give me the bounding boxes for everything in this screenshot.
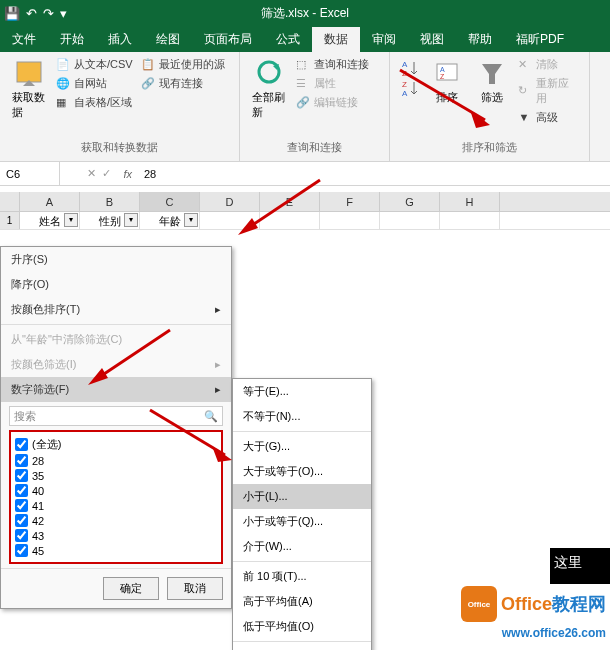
existing-conn-button[interactable]: 🔗现有连接 [139,75,227,92]
check-item[interactable]: 43 [15,528,217,543]
filter-dropdown-a[interactable]: ▾ [64,213,78,227]
cell-c1[interactable]: 年龄▾ [140,212,200,229]
watermark-url: www.office26.com [502,626,606,640]
col-header-f[interactable]: F [320,192,380,211]
col-header-h[interactable]: H [440,192,500,211]
tab-data[interactable]: 数据 [312,27,360,52]
tab-draw[interactable]: 绘图 [144,27,192,52]
tab-help[interactable]: 帮助 [456,27,504,52]
sort-desc-icon[interactable]: ZA [400,78,420,98]
formula-bar[interactable]: 28 [138,168,162,180]
csv-icon: 📄 [56,58,70,72]
filter-dropdown-b[interactable]: ▾ [124,213,138,227]
check-item[interactable]: 35 [15,468,217,483]
from-table-button[interactable]: ▦自表格/区域 [54,94,135,111]
recent-sources-button[interactable]: 📋最近使用的源 [139,56,227,73]
redo-icon[interactable]: ↷ [43,6,54,21]
tab-file[interactable]: 文件 [0,27,48,52]
not-equals-item[interactable]: 不等于(N)... [233,404,371,429]
tab-formula[interactable]: 公式 [264,27,312,52]
filter-dropdown-c[interactable]: ▾ [184,213,198,227]
filter-button[interactable]: 筛选 [471,56,512,138]
black-banner: 这里 [550,548,610,584]
filter-search-input[interactable]: 搜索🔍 [9,406,223,426]
sort-color-item[interactable]: 按颜色排序(T)▸ [1,297,231,322]
undo-icon[interactable]: ↶ [26,6,37,21]
sort-asc-item[interactable]: 升序(S) [1,247,231,272]
cell-e1[interactable] [260,212,320,229]
col-header-c[interactable]: C [140,192,200,211]
between-item[interactable]: 介于(W)... [233,534,371,559]
cell-b1[interactable]: 性别▾ [80,212,140,229]
refresh-icon [253,58,285,90]
col-header-g[interactable]: G [380,192,440,211]
check-item[interactable]: (全选) [15,436,217,453]
below-avg-item[interactable]: 低于平均值(O) [233,614,371,639]
office-logo-icon: Office [461,586,497,622]
cell-d1[interactable] [200,212,260,229]
cancel-formula-icon: ✕ [87,167,96,180]
edit-links-button: 🔗编辑链接 [294,94,371,111]
get-data-button[interactable]: 获取数据 [8,56,50,138]
tab-layout[interactable]: 页面布局 [192,27,264,52]
tab-insert[interactable]: 插入 [96,27,144,52]
cell-a1[interactable]: 姓名▾ [20,212,80,229]
chevron-right-icon: ▸ [215,303,221,316]
qat-dropdown-icon[interactable]: ▾ [60,6,67,21]
chevron-right-icon: ▸ [215,358,221,371]
save-icon[interactable]: 💾 [4,6,20,21]
less-eq-item[interactable]: 小于或等于(Q)... [233,509,371,534]
tab-home[interactable]: 开始 [48,27,96,52]
check-item[interactable]: 41 [15,498,217,513]
sort-asc-icon[interactable]: AZ [400,58,420,78]
tab-foxit[interactable]: 福昕PDF [504,27,576,52]
col-header-e[interactable]: E [260,192,320,211]
cell-h1[interactable] [440,212,500,229]
queries-button[interactable]: ⬚查询和连接 [294,56,371,73]
custom-filter-item[interactable]: 自定义筛选(F)... [233,644,371,650]
worksheet-grid[interactable]: A B C D E F G H 1 姓名▾ 性别▾ 年龄▾ [0,192,610,230]
group3-label: 排序和筛选 [398,138,581,157]
less-item[interactable]: 小于(L)... [233,484,371,509]
check-item[interactable]: 45 [15,543,217,558]
from-csv-button[interactable]: 📄从文本/CSV [54,56,135,73]
ribbon: 获取数据 📄从文本/CSV 🌐自网站 ▦自表格/区域 📋最近使用的源 🔗现有连接… [0,52,610,162]
sort-desc-item[interactable]: 降序(O) [1,272,231,297]
tab-review[interactable]: 审阅 [360,27,408,52]
advanced-button[interactable]: ▼高级 [516,109,581,126]
greater-item[interactable]: 大于(G)... [233,434,371,459]
refresh-all-button[interactable]: 全部刷新 [248,56,290,138]
table-icon: ▦ [56,96,70,110]
col-header-b[interactable]: B [80,192,140,211]
above-avg-item[interactable]: 高于平均值(A) [233,589,371,614]
col-header-d[interactable]: D [200,192,260,211]
group1-label: 获取和转换数据 [8,138,231,157]
cell-g1[interactable] [380,212,440,229]
accept-formula-icon: ✓ [102,167,111,180]
top10-item[interactable]: 前 10 项(T)... [233,564,371,589]
sort-icon: AZ [431,58,463,90]
tab-view[interactable]: 视图 [408,27,456,52]
sort-button[interactable]: AZ 排序 [426,56,467,138]
conn-icon: 🔗 [141,77,155,91]
filter-menu: 升序(S) 降序(O) 按颜色排序(T)▸ 从"年龄"中清除筛选(C) 按颜色筛… [0,246,232,609]
ok-button[interactable]: 确定 [103,577,159,600]
check-item[interactable]: 42 [15,513,217,528]
from-web-button[interactable]: 🌐自网站 [54,75,135,92]
cancel-button[interactable]: 取消 [167,577,223,600]
greater-eq-item[interactable]: 大于或等于(O)... [233,459,371,484]
name-box[interactable]: C6 [0,162,60,185]
col-header-a[interactable]: A [20,192,80,211]
fx-icon[interactable]: fx [123,168,132,180]
watermark: Office Office教程网 [461,586,606,622]
check-item[interactable]: 40 [15,483,217,498]
number-filter-item[interactable]: 数字筛选(F)▸ [1,377,231,402]
equals-item[interactable]: 等于(E)... [233,379,371,404]
cell-f1[interactable] [320,212,380,229]
properties-button: ☰属性 [294,75,371,92]
check-item[interactable]: 28 [15,453,217,468]
row-header-1[interactable]: 1 [0,212,20,229]
select-all-corner[interactable] [0,192,20,211]
svg-text:A: A [402,89,408,98]
clear-filter-button: ✕清除 [516,56,581,73]
